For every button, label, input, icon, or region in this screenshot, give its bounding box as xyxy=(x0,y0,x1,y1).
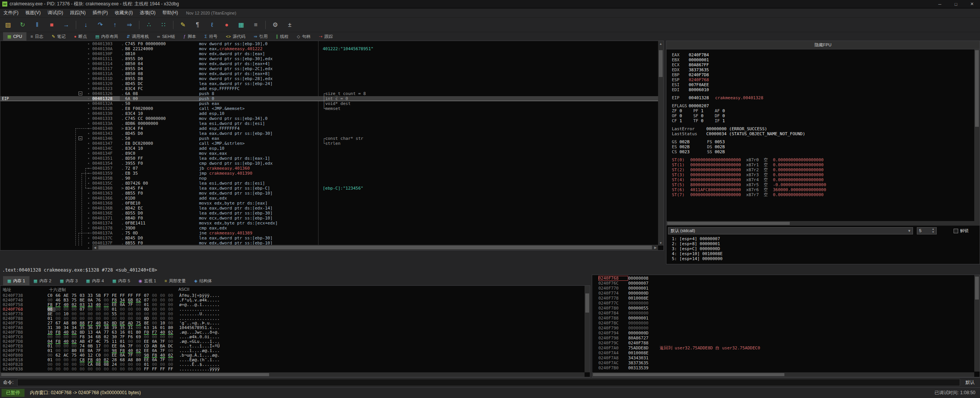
menu-item-1[interactable]: 视图(V) xyxy=(22,8,44,18)
stack-row[interactable]: 0240F78000000055 xyxy=(592,306,974,311)
stack-row[interactable]: 0240F76800000008 xyxy=(592,276,974,281)
disasm-row[interactable]: −00401346.50push eax┌const char* str xyxy=(0,136,658,141)
step-into-button[interactable]: ↓ xyxy=(80,20,91,30)
disasm-row[interactable]: 0040137A.75 0Djne crakmeeasy.401389 xyxy=(0,231,658,236)
register-row[interactable]: LastError00000000 (ERROR_SUCCESS) xyxy=(672,126,969,131)
disasm-row[interactable]: 0040134F.89C0mov eax,eax xyxy=(0,151,658,156)
menu-item-0[interactable]: 文件(F) xyxy=(0,8,22,18)
menu-item-4[interactable]: 插件(P) xyxy=(89,8,111,18)
disasm-row[interactable]: 00401366.01D0add eax,edx xyxy=(0,196,658,201)
stack-row[interactable]: 0240F77C00000000 xyxy=(592,301,974,306)
tab-dump-4[interactable]: ▦内存 4 xyxy=(82,276,108,285)
disasm-vertical-scrollbar[interactable]: ▲ ▼ xyxy=(658,41,663,246)
disasm-row[interactable]: 0040135C.8D7426 00lea esi,dword ptr ds:[… xyxy=(0,181,658,186)
tab-notes[interactable]: ✎笔记 xyxy=(47,32,70,41)
stack-row[interactable]: 0240F79000000000 xyxy=(592,326,974,331)
tab-symbols[interactable]: Σ符号 xyxy=(200,32,222,41)
stack-row[interactable]: 0240F78C00000000 xyxy=(592,321,974,326)
settings-button[interactable]: ⚙ xyxy=(270,20,281,30)
scroll-up-icon[interactable]: ▲ xyxy=(658,41,663,46)
stack-row[interactable]: 0240F7780010008E xyxy=(592,296,974,301)
argument-row-4[interactable]: 4: [esp+10] 0010008E xyxy=(672,251,973,256)
command-input[interactable] xyxy=(17,379,960,386)
dump-row[interactable]: 0240F838000000000000000000000000FFFFFFFF… xyxy=(0,367,585,372)
stack-row[interactable]: 0240F79C0240F788 xyxy=(592,341,974,346)
tab-references[interactable]: ⇒引用 xyxy=(250,32,272,41)
disasm-row[interactable]: 00401317.8955 D4mov dword ptr ss:[ebp-2C… xyxy=(0,66,658,71)
pause-button[interactable]: ‖ xyxy=(31,20,43,30)
stack-row[interactable]: 0240F7740000000D xyxy=(592,291,974,296)
hide-fpu-button[interactable]: 隐藏FPU xyxy=(666,41,980,49)
tab-dump-3[interactable]: ▦内存 3 xyxy=(56,276,82,285)
register-row[interactable]: CF 1TF 0IF 1 xyxy=(672,118,969,123)
run-to-user-code-button[interactable]: ⇒ xyxy=(124,20,135,30)
tab-seh[interactable]: ∞SEH链 xyxy=(153,32,179,41)
disasm-row[interactable]: 00401371.8B4D F0mov ecx,dword ptr ss:[eb… xyxy=(0,216,658,221)
disasm-row[interactable]: 0040131D.8955 D8mov dword ptr ss:[ebp-28… xyxy=(0,76,658,81)
disasm-horizontal-scrollbar[interactable]: ◀ ▶ xyxy=(92,245,658,250)
breakpoint-button[interactable]: ● xyxy=(221,20,232,30)
maximize-button[interactable]: □ xyxy=(948,0,964,8)
tab-dump-1[interactable]: ▦内存 1 xyxy=(3,276,29,285)
register-row[interactable]: EAX0240F7B4 xyxy=(672,52,969,57)
register-row[interactable]: ST(2)00000000000000000000x87r2空0.0000000… xyxy=(672,167,969,172)
disasm-row[interactable]: 00401330.83C4 10add esp,10 xyxy=(0,111,658,116)
register-row[interactable]: ST(1)00000000000000000000x87r1空0.0000000… xyxy=(672,162,969,167)
trace-over-button[interactable]: ∷ xyxy=(158,20,169,30)
menu-item-2[interactable]: 调试(D) xyxy=(44,8,67,18)
stack-horizontal-scrollbar[interactable] xyxy=(592,372,974,377)
dump-horizontal-scrollbar[interactable] xyxy=(0,372,585,377)
disasm-row[interactable]: 00401347.E8 DC020000call <JMP.&strlen>└s… xyxy=(0,141,658,146)
stack-row[interactable]: 0240F7B000313539 xyxy=(592,365,974,370)
argument-row-1[interactable]: 1: [esp+4] 00000007 xyxy=(672,236,973,241)
stack-row[interactable]: 0240F7AC38373635 xyxy=(592,360,974,365)
step-over-button[interactable]: ↷ xyxy=(95,20,106,30)
stack-row[interactable]: 0240F76C00000007 xyxy=(592,281,974,286)
menu-item-5[interactable]: 收藏夹(I) xyxy=(111,8,136,18)
stack-row[interactable]: 0240F78400000000 xyxy=(592,311,974,316)
dump-vertical-scrollbar[interactable] xyxy=(585,286,590,372)
spinner-arrows-icon[interactable]: ▲▼ xyxy=(932,228,934,234)
stack-row[interactable]: 0240F7A40010008E xyxy=(592,351,974,355)
stack-row[interactable]: 0240F7A834343031 xyxy=(592,355,974,360)
fold-toggle[interactable]: − xyxy=(78,136,82,140)
scrollbar-thumb[interactable] xyxy=(98,246,652,249)
disasm-row[interactable]: 0040135B.90nop xyxy=(0,176,658,181)
stack-row[interactable]: 0240F78800000001 xyxy=(592,316,974,321)
tab-handles[interactable]: ◇句柄 xyxy=(293,32,315,41)
register-row[interactable]: ZF 0PF 1AF 0 xyxy=(672,108,969,113)
tab-log[interactable]: ≡日志 xyxy=(26,32,47,41)
scrollbar-thumb[interactable] xyxy=(975,277,979,300)
tab-trace[interactable]: ⇢跟踪 xyxy=(315,32,337,41)
disasm-row[interactable]: 00401360>8D45 F4lea eax,dword ptr ss:[eb… xyxy=(0,186,658,191)
disasm-row[interactable]: 00401311.8955 D0mov dword ptr ss:[ebp-30… xyxy=(0,56,658,61)
scroll-left-icon[interactable]: ◀ xyxy=(92,245,98,250)
register-row[interactable]: LastStatusC0000034 (STATUS_OBJECT_NAME_N… xyxy=(672,131,969,136)
disasm-row[interactable]: 0040131A.8B50 08mov edx,dword ptr ds:[ea… xyxy=(0,71,658,76)
disasm-row[interactable]: 0040136B.8D42 EClea eax,dword ptr ds:[ed… xyxy=(0,206,658,211)
calculator-button[interactable]: ± xyxy=(284,20,296,30)
register-row[interactable]: EBX00000001 xyxy=(672,57,969,62)
tab-struct[interactable]: ◈结构体 xyxy=(190,276,216,285)
memory-map-button[interactable]: ▦ xyxy=(235,20,247,30)
disasm-row[interactable]: 00401323.83C4 FCadd esp,FFFFFFFC xyxy=(0,86,658,91)
tab-cpu[interactable]: ▦CPU xyxy=(3,32,26,41)
disasm-row[interactable]: 0040133A.8DB6 00000000lea esi,dword ptr … xyxy=(0,121,658,126)
command-mode-select[interactable]: 默认 xyxy=(965,379,975,386)
register-row[interactable]: ST(4)00000000000000000000x87r4空0.0000000… xyxy=(672,177,969,182)
scroll-down-icon[interactable]: ▼ xyxy=(658,240,663,246)
disasm-row[interactable]: 00401354.3955 F0cmp dword ptr ss:[ebp-10… xyxy=(0,161,658,166)
register-row[interactable]: ST(5)80000000000000000000x87r5空-0.000000… xyxy=(672,182,969,187)
register-row[interactable]: EBP0240F7D8 xyxy=(672,72,969,77)
registers-vertical-scrollbar[interactable] xyxy=(974,49,980,226)
tab-memory-map[interactable]: ▤内存布局 xyxy=(91,32,122,41)
register-row[interactable]: ESP0240F768 xyxy=(672,77,969,82)
register-row[interactable]: ST(0)00000000000000000000x87r0空0.0000000… xyxy=(672,157,969,162)
register-row[interactable]: ST(6)4011AFC8000000000000x87r6空360000.00… xyxy=(672,187,969,192)
register-row[interactable]: ES 002BDS 002B xyxy=(672,144,969,149)
argument-row-3[interactable]: 3: [esp+C] 0000000D xyxy=(672,246,973,251)
scrollbar-thumb[interactable] xyxy=(585,293,589,313)
register-row[interactable]: ST(3)00000000000000000000x87r3空0.0000000… xyxy=(672,172,969,177)
menu-item-7[interactable]: 帮助(H) xyxy=(159,8,181,18)
register-row[interactable]: EIP00401328crakmeeasy.00401328 xyxy=(672,95,969,100)
